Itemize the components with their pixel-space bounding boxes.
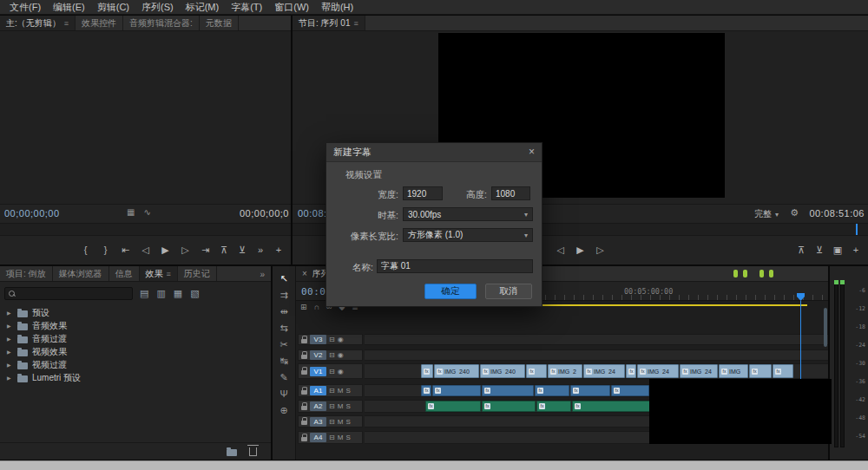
effects-bin-presets[interactable]: ▶ 预设 (0, 306, 266, 319)
snap-icon[interactable]: ∩ (314, 303, 319, 311)
timeline-vertical-scrollbar[interactable] (824, 308, 827, 347)
export-frame-button[interactable]: ▣ (832, 245, 843, 256)
track-header-a3[interactable]: A3 ⊟ M S (298, 415, 363, 428)
menu-item[interactable]: 序列(S) (135, 0, 180, 15)
track-lane-v3[interactable] (365, 334, 828, 345)
new-custom-bin-icon[interactable]: ▧ (190, 288, 199, 299)
audio-clip[interactable]: fx (570, 385, 610, 396)
track-header-a1[interactable]: A1 ⊟ M S (298, 384, 363, 397)
mute-button[interactable]: M (338, 387, 344, 395)
IMG_24[interactable]: fx IMG_24 (637, 364, 679, 378)
mute-button[interactable]: M (338, 402, 344, 410)
track-output-icon[interactable]: ◉ (338, 351, 344, 359)
scrub-playhead[interactable] (856, 224, 858, 235)
mark-out-button[interactable]: } (101, 245, 111, 256)
ok-button[interactable]: 确定 (424, 284, 477, 299)
video-clip[interactable]: fx (773, 364, 793, 378)
chevron-right-icon[interactable]: ▶ (7, 310, 13, 316)
audio-clip[interactable]: fx (572, 401, 650, 412)
step-forward-button[interactable]: ▷ (181, 245, 191, 256)
chevron-right-icon[interactable]: ▶ (7, 362, 13, 368)
chevron-right-icon[interactable]: ▶ (7, 349, 13, 355)
step-back-button[interactable]: ◁ (556, 245, 566, 256)
tab-effects[interactable]: 效果 ≡ (140, 266, 178, 281)
step-back-button[interactable]: ◁ (141, 245, 151, 256)
track-header-v2[interactable]: V2 ⊟ ◉ (298, 349, 363, 361)
dialog-titlebar[interactable]: 新建字幕 × (326, 143, 542, 162)
cancel-button[interactable]: 取消 (485, 284, 532, 299)
menu-item[interactable]: 剪辑(C) (91, 0, 135, 15)
menu-item[interactable]: 字幕(T) (225, 0, 268, 15)
sync-lock-icon[interactable]: ⊟ (329, 387, 335, 395)
video-clip[interactable]: fx (526, 364, 547, 378)
tab-project[interactable]: 项目: 倒放 ≡ (0, 266, 53, 281)
IMG_240[interactable]: fx IMG_240 (480, 364, 525, 378)
audio-clip[interactable]: fx (421, 385, 431, 396)
rolling-edit-tool[interactable]: ⇆ (279, 323, 287, 333)
solo-button[interactable]: S (345, 418, 350, 426)
IMG_2[interactable]: fx IMG_2 (548, 364, 582, 378)
sync-lock-icon[interactable]: ⊟ (329, 434, 335, 441)
audio-clip[interactable]: fx (535, 385, 569, 396)
lock-icon[interactable] (301, 355, 307, 359)
tab-effect-controls[interactable]: 效果控件 ≡ (76, 16, 123, 30)
new-bin-icon[interactable] (227, 449, 237, 456)
track-label-v2[interactable]: V2 (310, 350, 326, 360)
track-lane-v2[interactable] (365, 349, 828, 361)
menu-item[interactable]: 帮助(H) (315, 0, 359, 15)
step-forward-button[interactable]: ▷ (595, 245, 606, 256)
chevron-right-icon[interactable]: ▶ (7, 336, 13, 342)
accelerated-effects-filter-icon[interactable]: ▤ (140, 288, 148, 299)
sync-lock-icon[interactable]: ⊟ (329, 402, 335, 410)
button-editor-button[interactable]: + (273, 245, 284, 255)
button-editor-button[interactable]: + (851, 245, 861, 255)
height-field[interactable] (491, 186, 530, 200)
chevron-right-icon[interactable]: ▶ (7, 323, 13, 329)
effects-bin-lumetri-presets[interactable]: ▶ Lumetri 预设 (0, 371, 266, 384)
effects-bin-audio-effects[interactable]: ▶ 音频效果 (0, 319, 266, 332)
effects-bin-video-effects[interactable]: ▶ 视频效果 (0, 345, 266, 358)
sync-lock-icon[interactable]: ⊟ (329, 368, 335, 375)
IMG[interactable]: fx IMG (719, 364, 748, 378)
32bit-color-filter-icon[interactable]: ▥ (156, 288, 165, 299)
solo-button[interactable]: S (345, 402, 350, 410)
sync-lock-icon[interactable]: ⊟ (329, 336, 335, 343)
IMG_24[interactable]: fx IMG_24 (583, 364, 625, 378)
pen-tool[interactable]: ✎ (279, 372, 287, 382)
track-label-a4[interactable]: A4 (310, 433, 326, 442)
search-input[interactable] (18, 289, 133, 298)
mute-button[interactable]: M (338, 434, 344, 441)
menu-item[interactable]: 窗口(W) (268, 0, 315, 15)
track-output-icon[interactable]: ◉ (338, 368, 344, 375)
menu-item[interactable]: 文件(F) (3, 0, 47, 15)
lock-icon[interactable] (301, 390, 307, 395)
video-clip[interactable]: fx (749, 364, 772, 378)
effects-bin-audio-transitions[interactable]: ▶ 音频过渡 (0, 332, 266, 345)
settings-wrench-icon[interactable]: ⚙ (790, 207, 799, 219)
menu-item[interactable]: 编辑(E) (47, 0, 91, 15)
effects-search-box[interactable] (4, 287, 133, 300)
zoom-tool[interactable]: ⊕ (279, 405, 287, 415)
overwrite-button[interactable]: ⊻ (237, 245, 247, 256)
track-label-v1[interactable]: V1 (310, 367, 326, 376)
mark-in-button[interactable]: { (81, 245, 91, 256)
audio-clip[interactable]: fx (482, 401, 536, 412)
track-header-a4[interactable]: A4 ⊟ M S (298, 431, 363, 444)
close-icon[interactable]: × (302, 269, 307, 278)
go-to-out-button[interactable]: ⇥ (201, 245, 211, 256)
track-header-v3[interactable]: V3 ⊟ ◉ (298, 334, 363, 345)
tab-history[interactable]: 历史记 ≡ (178, 266, 217, 281)
audio-clip[interactable]: fx (536, 401, 571, 412)
lock-icon[interactable] (301, 421, 307, 425)
panel-menu-icon[interactable]: ≡ (167, 270, 171, 278)
insert-button[interactable]: ⊼ (219, 245, 229, 256)
sync-lock-icon[interactable]: ⊟ (329, 418, 335, 426)
tab-overflow-icon[interactable]: » (260, 268, 269, 279)
delete-icon[interactable] (249, 447, 257, 456)
timebase-select[interactable]: 30.00fps ▾ (403, 207, 533, 221)
tab-source-master[interactable]: 主:（无剪辑） ≡ (0, 16, 76, 30)
go-to-in-button[interactable]: ⇤ (121, 245, 131, 256)
play-button[interactable]: ▶ (575, 245, 586, 256)
lock-icon[interactable] (301, 370, 307, 375)
tab-media-browser[interactable]: 媒体浏览器 ≡ (53, 266, 109, 281)
